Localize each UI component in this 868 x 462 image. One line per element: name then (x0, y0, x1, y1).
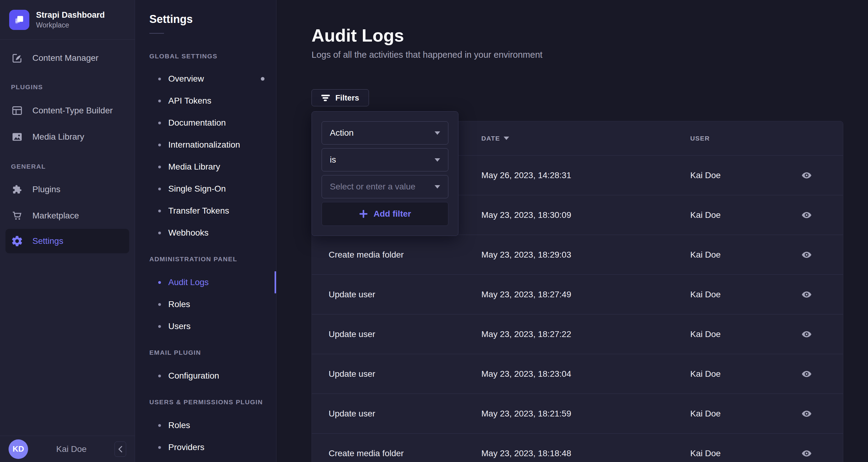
filters-button[interactable]: Filters (312, 89, 369, 106)
table-row[interactable]: Update user May 23, 2023, 18:27:22 Kai D… (312, 314, 843, 354)
sidebar-section-general: GENERAL (11, 163, 135, 170)
subnav-item-api-tokens[interactable]: API Tokens (135, 90, 276, 112)
subnav-item-transfer-tokens[interactable]: Transfer Tokens (135, 200, 276, 222)
filter-field-select[interactable]: Action (321, 121, 448, 145)
column-header-user[interactable]: USER (690, 135, 791, 142)
table-row[interactable]: Create media folder May 23, 2023, 18:18:… (312, 434, 843, 462)
view-log-button[interactable] (800, 329, 814, 340)
cell-user: Kai Doe (690, 210, 791, 220)
layout-grid-icon (11, 105, 23, 117)
table-row[interactable]: Update user May 23, 2023, 18:21:59 Kai D… (312, 394, 843, 434)
table-row[interactable]: Create media folder May 23, 2023, 18:29:… (312, 235, 843, 275)
subnav-item-webhooks[interactable]: Webhooks (135, 222, 276, 244)
sidebar-item-plugins[interactable]: Plugins (0, 176, 135, 203)
bullet-icon (158, 446, 161, 449)
sidebar-item-media-library[interactable]: Media Library (0, 124, 135, 150)
subnav-item-internationalization[interactable]: Internationalization (135, 134, 276, 156)
subnav-item-label: Overview (168, 74, 204, 84)
bullet-icon (158, 325, 161, 328)
strapi-logo-icon (9, 10, 29, 30)
filter-value-select[interactable]: Select or enter a value (321, 175, 448, 198)
subnav-item-label: Webhooks (168, 228, 209, 238)
page-title: Audit Logs (312, 26, 843, 45)
subnav-item-single-sign-on[interactable]: Single Sign-On (135, 178, 276, 200)
sidebar-item-label: Content-Type Builder (32, 106, 113, 115)
eye-icon (801, 172, 812, 179)
gear-icon (11, 235, 23, 247)
subnav-item-documentation[interactable]: Documentation (135, 112, 276, 134)
subnav-item-label: Roles (168, 299, 190, 309)
eye-icon (801, 211, 812, 219)
cell-user: Kai Doe (690, 329, 791, 339)
plus-icon (359, 209, 368, 219)
sidebar-item-content-manager[interactable]: Content Manager (0, 45, 135, 71)
eye-icon (801, 450, 812, 457)
table-row[interactable]: Update user May 23, 2023, 18:23:04 Kai D… (312, 354, 843, 394)
subnav-section-administration-panel: ADMINISTRATION PANEL (149, 255, 276, 263)
user-name: Kai Doe (56, 444, 87, 454)
view-log-button[interactable] (800, 210, 814, 221)
view-log-button[interactable] (800, 249, 814, 260)
view-log-button[interactable] (800, 448, 814, 459)
cell-user: Kai Doe (690, 449, 791, 458)
bullet-icon (158, 144, 161, 146)
eye-icon (801, 370, 812, 378)
collapse-sidebar-button[interactable] (115, 441, 126, 457)
cell-date: May 26, 2023, 14:28:31 (481, 171, 690, 180)
subnav-item-users[interactable]: Users (135, 315, 276, 337)
sidebar-item-settings[interactable]: Settings (5, 229, 129, 253)
chevron-left-icon (118, 445, 123, 453)
view-log-button[interactable] (800, 408, 814, 419)
puzzle-icon (11, 183, 23, 196)
notification-dot-icon (261, 77, 265, 81)
view-log-button[interactable] (800, 289, 814, 300)
subnav-item-media-library[interactable]: Media Library (135, 156, 276, 178)
subnav-item-roles-admin[interactable]: Roles (135, 293, 276, 315)
subnav-item-overview[interactable]: Overview (135, 68, 276, 90)
subnav-item-providers[interactable]: Providers (135, 436, 276, 458)
workspace-title: Strapi Dashboard (36, 10, 105, 20)
view-log-button[interactable] (800, 369, 814, 379)
subnav-item-audit-logs[interactable]: Audit Logs (135, 271, 276, 293)
shopping-cart-icon (11, 210, 23, 222)
add-filter-button[interactable]: Add filter (321, 202, 448, 226)
cell-date: May 23, 2023, 18:18:48 (481, 449, 690, 458)
view-log-button[interactable] (800, 170, 814, 181)
subnav-item-roles-up[interactable]: Roles (135, 414, 276, 436)
table-row[interactable]: Update user May 23, 2023, 18:27:49 Kai D… (312, 275, 843, 314)
subnav-section-email-plugin: EMAIL PLUGIN (149, 349, 276, 356)
cell-date: May 23, 2023, 18:27:49 (481, 290, 690, 299)
sidebar-user-row: KD Kai Doe (0, 436, 135, 462)
cell-user: Kai Doe (690, 290, 791, 299)
sidebar-item-label: Plugins (32, 184, 60, 194)
cell-action: Update user (312, 369, 481, 379)
sidebar-item-marketplace[interactable]: Marketplace (0, 203, 135, 229)
sidebar-item-content-type-builder[interactable]: Content-Type Builder (0, 97, 135, 124)
eye-icon (801, 330, 812, 338)
subnav-item-label: Users (168, 321, 191, 331)
add-filter-label: Add filter (374, 209, 411, 219)
workspace-brand[interactable]: Strapi Dashboard Workplace (0, 0, 135, 40)
cell-date: May 23, 2023, 18:27:22 (481, 329, 690, 339)
sidebar-item-label: Settings (32, 236, 63, 246)
subnav-title: Settings (135, 0, 276, 26)
bullet-icon (158, 424, 161, 427)
column-header-date[interactable]: DATE (481, 135, 690, 142)
cell-action: Update user (312, 329, 481, 339)
cell-date: May 23, 2023, 18:29:03 (481, 250, 690, 260)
filter-operator-select[interactable]: is (321, 148, 448, 171)
avatar[interactable]: KD (8, 439, 28, 459)
subnav-divider (149, 33, 164, 34)
chevron-down-icon (435, 158, 440, 162)
cell-action: Update user (312, 409, 481, 418)
subnav-item-configuration[interactable]: Configuration (135, 365, 276, 387)
subnav-item-label: Transfer Tokens (168, 206, 229, 216)
bullet-icon (158, 99, 161, 103)
sidebar-item-label: Content Manager (32, 53, 98, 63)
subnav-item-label: Internationalization (168, 140, 240, 150)
cell-date: May 23, 2023, 18:30:09 (481, 210, 690, 220)
subnav-item-label: Documentation (168, 118, 226, 128)
page-subtitle: Logs of all the activities that happened… (312, 50, 843, 60)
sidebar-item-label: Marketplace (32, 211, 79, 221)
bullet-icon (158, 78, 161, 80)
